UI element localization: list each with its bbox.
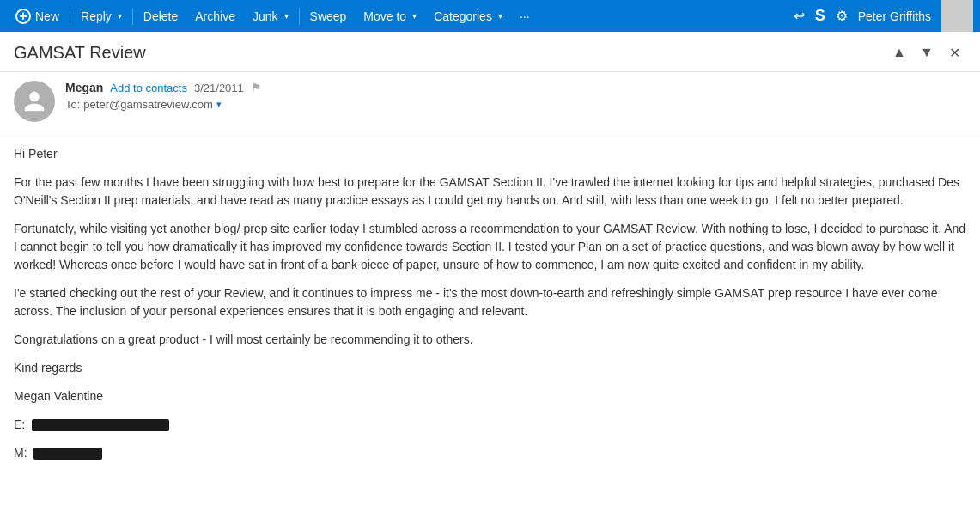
body-paragraph-1: For the past few months I have been stru…	[14, 174, 966, 210]
add-to-contacts-link[interactable]: Add to contacts	[110, 82, 187, 94]
reply-label: Reply	[81, 9, 112, 23]
body-paragraph-4: Congratulations on a great product - I w…	[14, 331, 966, 349]
close-email-button[interactable]: ✕	[942, 40, 966, 64]
junk-chevron-icon: ▾	[284, 11, 289, 21]
sender-info: Megan Add to contacts 3/21/2011 ⚑ To: pe…	[65, 81, 966, 111]
categories-label: Categories	[434, 9, 492, 23]
sender-to: To: peter@gamsatreview.com ▾	[65, 98, 966, 111]
mobile-field-label: M:	[14, 446, 27, 460]
toolbar-divider-2	[132, 8, 133, 25]
next-email-button[interactable]: ▼	[915, 40, 939, 64]
sender-date: 3/21/2011	[194, 82, 244, 94]
categories-chevron-icon: ▾	[498, 11, 502, 21]
sender-name: Megan	[65, 81, 103, 94]
delete-button[interactable]: Delete	[135, 0, 186, 32]
email-redacted	[32, 419, 169, 431]
email-nav-icons: ▲ ▼ ✕	[887, 40, 966, 64]
sender-name-row: Megan Add to contacts 3/21/2011 ⚑	[65, 81, 966, 94]
body-paragraph-3: I'e started checking out the rest of you…	[14, 284, 966, 320]
body-email-line: E:	[14, 416, 966, 434]
new-button[interactable]: + New	[7, 0, 68, 32]
sender-row: Megan Add to contacts 3/21/2011 ⚑ To: pe…	[0, 72, 980, 131]
categories-button[interactable]: Categories ▾	[425, 0, 511, 32]
toolbar-right: ↩ S ⚙ Peter Griffiths	[794, 0, 973, 32]
body-mobile-line: M:	[14, 444, 966, 462]
moveto-chevron-icon: ▾	[412, 11, 417, 21]
email-subject-bar: GAMSAT Review ▲ ▼ ✕	[0, 32, 980, 72]
new-icon: +	[15, 9, 31, 24]
person-icon	[22, 89, 46, 113]
delete-label: Delete	[143, 9, 178, 23]
body-paragraph-2: Fortunately, while visiting yet another …	[14, 220, 966, 274]
skype-icon[interactable]: S	[815, 7, 825, 25]
sweep-button[interactable]: Sweep	[301, 0, 356, 32]
reply-button[interactable]: Reply ▾	[72, 0, 131, 32]
body-signature-name: Megan Valentine	[14, 387, 966, 405]
email-body: Hi Peter For the past few months I have …	[0, 131, 980, 498]
more-button[interactable]: ···	[511, 0, 539, 32]
expand-recipients-icon[interactable]: ▾	[216, 99, 222, 110]
settings-icon[interactable]: ⚙	[836, 8, 848, 24]
body-greeting: Hi Peter	[14, 145, 966, 163]
sender-avatar	[14, 81, 55, 122]
email-field-label: E:	[14, 418, 25, 431]
flag-icon[interactable]: ⚑	[251, 81, 262, 94]
toolbar-divider	[70, 8, 70, 25]
moveto-button[interactable]: Move to ▾	[355, 0, 425, 32]
body-regards: Kind regards	[14, 359, 966, 377]
junk-button[interactable]: Junk ▾	[244, 0, 297, 32]
toolbar-divider-3	[299, 8, 300, 25]
email-subject: GAMSAT Review	[14, 43, 146, 63]
moveto-label: Move to	[363, 9, 406, 23]
undo-icon[interactable]: ↩	[794, 8, 805, 24]
to-address: peter@gamsatreview.com	[83, 98, 212, 111]
prev-email-button[interactable]: ▲	[887, 40, 911, 64]
user-name: Peter Griffiths	[858, 9, 931, 23]
archive-button[interactable]: Archive	[186, 0, 244, 32]
sweep-label: Sweep	[310, 9, 347, 23]
more-icon: ···	[520, 9, 530, 23]
archive-label: Archive	[195, 9, 235, 23]
to-label: To:	[65, 98, 80, 111]
reply-chevron-icon: ▾	[118, 11, 122, 21]
toolbar: + New Reply ▾ Delete Archive Junk ▾ Swee…	[0, 0, 980, 32]
user-avatar	[941, 0, 973, 32]
junk-label: Junk	[253, 9, 278, 23]
mobile-redacted	[33, 448, 102, 460]
new-label: New	[35, 9, 59, 23]
